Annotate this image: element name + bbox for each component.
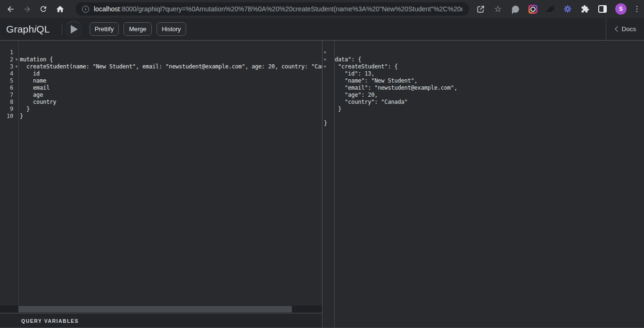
- line-number: 5: [0, 77, 13, 84]
- toolbar-button[interactable]: History: [157, 22, 186, 36]
- code-line[interactable]: 4 ▾ id: [0, 70, 322, 77]
- result-line-text: }: [335, 106, 341, 113]
- workspace: 1 ▾ 2 ▾ mutation { 3 ▾ createStudent(na: [0, 41, 644, 328]
- result-line: ▾: [322, 49, 644, 56]
- play-icon: [71, 25, 78, 34]
- query-variables-label: QUERY VARIABLES: [21, 318, 79, 324]
- share-icon[interactable]: [476, 4, 485, 14]
- fold-arrow-icon[interactable]: ▾: [322, 49, 335, 56]
- code-line-text: id: [20, 70, 40, 77]
- code-line-text: }: [20, 113, 23, 120]
- line-number: 4: [0, 70, 13, 77]
- result-line: ▾ }: [322, 106, 644, 113]
- result-line: ▾ "name": "New Student",: [322, 77, 644, 84]
- code-line-text: }: [20, 106, 30, 113]
- graphiql-app-window: i localhost:8000/graphiql?query=%0Amutat…: [0, 0, 644, 328]
- extension-signal-icon[interactable]: [545, 4, 555, 14]
- graphiql-logo: GraphiQL: [6, 24, 50, 35]
- extensions-puzzle-icon[interactable]: [580, 4, 590, 14]
- toolbar-divider: [62, 24, 62, 34]
- graphiql-toolbar: GraphiQL Prettify Merge History Docs: [0, 18, 644, 41]
- line-number: 9: [0, 106, 13, 113]
- hscrollbar[interactable]: [0, 305, 322, 313]
- result-line-text: "email": "newstudent@example.com",: [335, 84, 457, 92]
- code-line-text: mutation {: [20, 56, 53, 63]
- result-line-text: "id": 13,: [335, 70, 374, 77]
- url-text[interactable]: localhost:8000/graphiql?query=%0Amutatio…: [94, 5, 462, 13]
- extension-balloon-icon[interactable]: [511, 4, 520, 14]
- docs-toggle[interactable]: Docs: [606, 18, 644, 40]
- fold-arrow-icon[interactable]: ▾: [13, 63, 20, 70]
- result-line-text: data": {: [335, 56, 361, 63]
- result-line: ▾ "age": 20,: [322, 92, 644, 99]
- back-button[interactable]: [6, 4, 15, 14]
- fold-arrow-icon[interactable]: ▾: [13, 56, 20, 63]
- browser-menu-icon[interactable]: ⋮: [635, 4, 639, 14]
- execute-button[interactable]: [65, 21, 82, 38]
- result-line: ▾ "createStudent": {: [322, 63, 644, 70]
- avatar-letter: S: [615, 3, 627, 15]
- line-number: 2: [0, 56, 13, 63]
- bookmark-star-icon[interactable]: ☆: [493, 4, 503, 14]
- profile-avatar[interactable]: S: [615, 3, 627, 15]
- line-number: 7: [0, 92, 13, 99]
- code-line-text: createStudent(name: "New Student", email…: [20, 63, 322, 70]
- toolbar-button[interactable]: Prettify: [90, 22, 119, 36]
- line-number: 10: [0, 113, 13, 120]
- code-line[interactable]: 6 ▾ email: [0, 84, 322, 92]
- code-line-text: email: [20, 84, 50, 92]
- fold-arrow-icon[interactable]: ▾: [322, 56, 335, 63]
- site-info-icon[interactable]: i: [82, 6, 89, 13]
- extension-burst-icon[interactable]: [563, 4, 572, 14]
- code-line-text: age: [20, 92, 43, 99]
- docs-label: Docs: [622, 25, 636, 33]
- reload-button[interactable]: [39, 4, 48, 14]
- code-line[interactable]: 9 ▾ }: [0, 106, 322, 113]
- result-pane[interactable]: ▾ ▾ data": { ▾ "createStudent": {: [322, 41, 644, 328]
- result-line: ▾ "id": 13,: [322, 70, 644, 77]
- line-number: 1: [0, 49, 13, 56]
- result-line-text: }: [324, 120, 327, 127]
- code-line[interactable]: 7 ▾ age: [0, 92, 322, 99]
- result-line: ▾ "country": "Canada": [322, 99, 644, 106]
- code-line-text: country: [20, 99, 56, 106]
- home-button[interactable]: [55, 4, 65, 14]
- result-line-text: "country": "Canada": [335, 99, 408, 106]
- code-line[interactable]: 1 ▾: [0, 49, 322, 56]
- side-panel-icon[interactable]: [598, 4, 607, 14]
- line-number: 6: [0, 84, 13, 92]
- result-line-text: "age": 20,: [335, 92, 378, 99]
- result-line: ▾ data": {: [322, 56, 644, 63]
- line-number: 8: [0, 99, 13, 106]
- extension-instagram-icon[interactable]: [528, 4, 537, 14]
- result-line: ▾: [322, 113, 644, 120]
- result-line: ▾ "email": "newstudent@example.com",: [322, 84, 644, 92]
- line-number: 3: [0, 63, 13, 70]
- result-line-text: "name": "New Student",: [335, 77, 418, 84]
- query-variables-bar[interactable]: QUERY VARIABLES: [0, 313, 322, 328]
- code-line[interactable]: 3 ▾ createStudent(name: "New Student", e…: [0, 63, 322, 70]
- chevron-left-icon: [614, 26, 619, 32]
- code-line[interactable]: 5 ▾ name: [0, 77, 322, 84]
- url-host: localhost: [94, 5, 120, 13]
- result-line: ▾ }: [322, 120, 644, 127]
- omnibox[interactable]: i localhost:8000/graphiql?query=%0Amutat…: [75, 2, 469, 16]
- result-line-text: "createStudent": {: [335, 63, 397, 70]
- browser-toolbar: i localhost:8000/graphiql?query=%0Amutat…: [0, 0, 644, 18]
- toolbar-button[interactable]: Merge: [124, 22, 152, 36]
- query-editor[interactable]: 1 ▾ 2 ▾ mutation { 3 ▾ createStudent(na: [0, 41, 322, 328]
- forward-button[interactable]: [22, 4, 32, 14]
- fold-arrow-icon[interactable]: ▾: [322, 63, 335, 70]
- hscrollbar-thumb[interactable]: [18, 306, 292, 312]
- code-line[interactable]: 8 ▾ country: [0, 99, 322, 106]
- code-line[interactable]: 10 ▾ }: [0, 113, 322, 120]
- url-path: :8000/graphiql?query=%0Amutation%20%7B%0…: [120, 5, 462, 13]
- code-line[interactable]: 2 ▾ mutation {: [0, 56, 322, 63]
- code-line-text: name: [20, 77, 46, 84]
